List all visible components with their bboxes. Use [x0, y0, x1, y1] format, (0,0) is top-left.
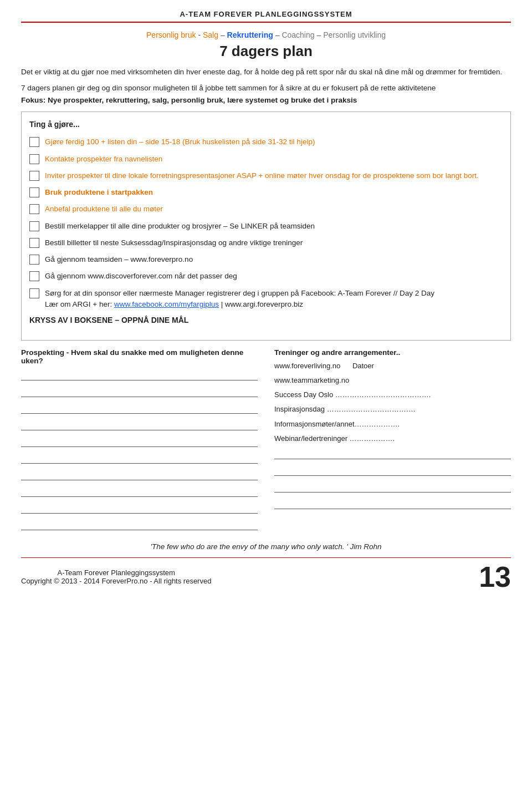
list-item: Bestill merkelapper til alle dine produk… — [29, 221, 500, 232]
write-line — [21, 518, 258, 530]
breadcrumb-part-3: Rekruttering — [227, 31, 273, 39]
item-text-6: Bestill merkelapper til alle dine produk… — [45, 222, 315, 230]
main-title: 7 dagers plan — [21, 43, 511, 60]
footer-left: A-Team Forever Planleggingssystem Copyri… — [21, 569, 211, 585]
write-line — [21, 468, 258, 480]
list-item: Kontakte prospekter fra navnelisten — [29, 154, 500, 165]
write-line — [21, 501, 258, 514]
checkbox-6[interactable] — [29, 221, 39, 231]
list-item: Inviter prospekter til dine lokale forre… — [29, 170, 500, 181]
page-header: A-TEAM FOREVER PLANLEGGINGSSYSTEM — [21, 10, 511, 23]
write-line — [21, 385, 258, 397]
list-item: Sørg for at din sponsor eller nærmeste M… — [29, 288, 500, 311]
footer-line1: A-Team Forever Planleggingssystem — [21, 569, 211, 577]
item-text-9: Gå gjennom www.discoverforever.com når d… — [45, 272, 237, 280]
write-lines-right — [274, 447, 511, 509]
checkbox-7[interactable] — [29, 238, 39, 248]
item-text-1: Gjøre ferdig 100 + listen din – side 15-… — [45, 138, 315, 146]
write-line — [21, 418, 258, 430]
footer-line2: Copyright © 2013 - 2014 ForeverPro.no - … — [21, 577, 211, 585]
write-line — [21, 485, 258, 497]
write-line — [21, 368, 258, 380]
focus-label: Fokus: Nye prospekter, rekruttering, sal… — [21, 96, 357, 104]
write-line — [21, 451, 258, 464]
footer-quote: 'The few who do are the envy of the many… — [21, 542, 511, 551]
write-line — [274, 447, 511, 459]
checkbox-2[interactable] — [29, 154, 39, 164]
checkbox-3[interactable] — [29, 171, 39, 181]
bottom-right: Treninger og andre arrangementer.. www.f… — [274, 348, 511, 535]
page-number: 13 — [479, 562, 511, 591]
checklist-box: Ting å gjøre... Gjøre ferdig 100 + liste… — [21, 111, 511, 341]
checkbox-1[interactable] — [29, 137, 39, 147]
write-line — [274, 480, 511, 493]
page-footer: A-Team Forever Planleggingssystem Copyri… — [21, 557, 511, 591]
list-item: Bruk produktene i startpakken — [29, 187, 500, 198]
item-text-10: Sørg for at din sponsor eller nærmeste M… — [45, 289, 434, 308]
write-lines-left — [21, 368, 258, 530]
breadcrumb-part-5: Personlig utvikling — [323, 31, 386, 39]
item-text-5: Anbefal produktene til alle du møter — [45, 205, 163, 213]
focus-text: 7 dagers planen gir deg og din sponsor m… — [21, 82, 511, 106]
item-text-2: Kontakte prospekter fra navnelisten — [45, 155, 162, 163]
write-line — [274, 497, 511, 509]
checkbox-4[interactable] — [29, 187, 39, 197]
kryss-label: KRYSS AV I BOKSENE – OPPNÅ DINE MÅL — [29, 316, 500, 324]
checklist-title: Ting å gjøre... — [29, 120, 500, 129]
item-text-8: Gå gjennom teamsiden – www.foreverpro.no — [45, 255, 193, 263]
intro-text: Det er viktig at du gjør noe med virksom… — [21, 67, 511, 78]
list-item: Gå gjennom teamsiden – www.foreverpro.no — [29, 254, 500, 265]
list-item: Anbefal produktene til alle du møter — [29, 204, 500, 215]
header-title: A-TEAM FOREVER PLANLEGGINGSSYSTEM — [180, 10, 352, 18]
checkbox-8[interactable] — [29, 255, 39, 265]
prospecting-title: Prospekting - Hvem skal du snakke med om… — [21, 348, 258, 365]
item-text-3: Inviter prospekter til dine lokale forre… — [45, 171, 479, 180]
training-text-1: www.foreverliving.no Datoer — [274, 360, 511, 372]
training-dotted-1: Success Day Oslo …………………………………. — [274, 389, 511, 401]
breadcrumb: Personlig bruk - Salg – Rekruttering – C… — [21, 31, 511, 39]
breadcrumb-part-1: Personlig bruk — [146, 31, 196, 39]
checkbox-5[interactable] — [29, 204, 39, 214]
training-dotted-3: Informasjonsmøter/annet………………. — [274, 418, 511, 430]
bottom-left: Prospekting - Hvem skal du snakke med om… — [21, 348, 258, 535]
training-dotted-4: Webinar/ledertreninger ………………. — [274, 433, 511, 445]
checkbox-10[interactable] — [29, 288, 39, 298]
breadcrumb-part-2: Salg — [203, 31, 218, 39]
list-item: Gjøre ferdig 100 + listen din – side 15-… — [29, 136, 500, 148]
list-item: Gå gjennom www.discoverforever.com når d… — [29, 271, 500, 282]
training-title: Treninger og andre arrangementer.. — [274, 348, 511, 357]
bottom-section: Prospekting - Hvem skal du snakke med om… — [21, 348, 511, 535]
list-item: Bestill billetter til neste Suksessdag/I… — [29, 237, 500, 248]
write-line — [21, 402, 258, 414]
breadcrumb-part-4: Coaching — [282, 31, 314, 39]
item-text-7: Bestill billetter til neste Suksessdag/I… — [45, 238, 303, 247]
write-line — [21, 435, 258, 447]
facebook-link[interactable]: www.facebook.com/myfargiplus — [114, 300, 219, 308]
training-text-2: www.teammarketing.no — [274, 374, 511, 387]
checkbox-9[interactable] — [29, 271, 39, 281]
item-text-4: Bruk produktene i startpakken — [45, 188, 153, 196]
write-line — [274, 464, 511, 476]
training-dotted-2: Inspirasjonsdag ………………………………. — [274, 403, 511, 415]
